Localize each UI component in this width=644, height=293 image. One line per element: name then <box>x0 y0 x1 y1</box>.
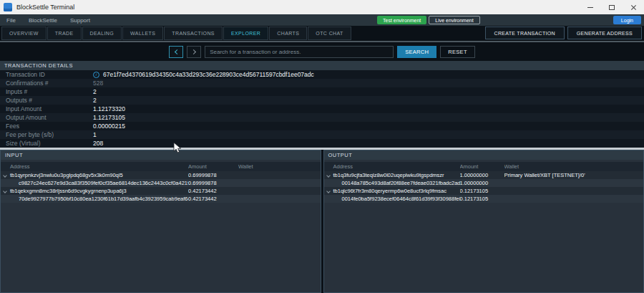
tab-wallets[interactable]: WALLETS <box>122 27 163 40</box>
generate-address-button[interactable]: GENERATE ADDRESS <box>567 27 642 39</box>
column-address: Address <box>324 163 460 170</box>
input-address[interactable]: tb1qekxgmn8mc38rljssn6d9cvgkygrnenp3upa6… <box>10 188 127 194</box>
transaction-details-header: TRANSACTION DETAILS <box>0 61 644 70</box>
menu-bar: File BlockSettle Support Test environmen… <box>0 14 644 26</box>
table-row[interactable]: tb1qlc96t7fr3m80qeryermp6w0e8ucf3rlq9fms… <box>324 187 644 195</box>
table-row[interactable]: 00148a785c493d8af20f88ee7fdeae0321fbadc2… <box>324 179 644 187</box>
detail-label: Outputs # <box>6 97 93 104</box>
output-amount: 1.00000000 <box>460 172 504 178</box>
expand-chevron-icon[interactable] <box>326 173 331 178</box>
column-amount: Amount <box>188 163 238 170</box>
detail-label: Inputs # <box>6 88 93 95</box>
column-wallet: Wallet <box>504 163 644 170</box>
table-row[interactable]: tb1qyrpnkzvj3nwlu0u3pglpdq68gv5x3k0m90ql… <box>1 171 321 179</box>
detail-value: 67e1f7ed4370619d34350c4a33d293c36e228903… <box>93 71 314 78</box>
input-table: Address Amount Wallet tb1qyrpnkzvj3nwlu0… <box>1 162 321 203</box>
output-amount: 0.12173105 <box>460 188 504 194</box>
output-wallet: Primary Wallet/XBT [TESTNET]/0' <box>504 172 644 178</box>
detail-label: Confirmations # <box>6 80 93 87</box>
detail-row-size-virtual: Size (Virtual) 208 <box>0 139 644 148</box>
transaction-details-section: TRANSACTION DETAILS Transaction ID 67e1f… <box>0 61 644 148</box>
close-button[interactable] <box>623 0 644 14</box>
forward-button[interactable] <box>187 46 201 58</box>
maximize-icon <box>609 5 615 10</box>
detail-value: 208 <box>93 140 103 147</box>
output-address[interactable]: tb1qlc96t7fr3m80qeryermp6w0e8ucf3rlq9fms… <box>333 188 447 194</box>
input-panel-header: INPUT <box>1 150 321 160</box>
expand-chevron-icon[interactable] <box>3 189 7 193</box>
title-bar[interactable]: BlockSettle Terminal <box>0 0 644 14</box>
tab-bar: OVERVIEW TRADE DEALING WALLETS TRANSACTI… <box>0 26 644 41</box>
detail-value: 1.12173105 <box>93 114 125 121</box>
output-table: Address Amount Wallet tb1q3fu9cjfa3teqlz… <box>324 162 644 203</box>
input-amount: 0.69999878 <box>188 180 238 186</box>
window-title: BlockSettle Terminal <box>16 4 74 11</box>
detail-row-input-amount: Input Amount 1.12173320 <box>0 105 644 113</box>
detail-row-output-amount: Output Amount 1.12173105 <box>0 113 644 122</box>
tab-explorer[interactable]: EXPLORER <box>223 27 268 40</box>
search-button[interactable]: SEARCH <box>397 46 436 58</box>
menu-support[interactable]: Support <box>64 14 97 26</box>
input-amount: 0.42173442 <box>188 196 238 202</box>
output-amount: 1.00000000 <box>460 180 504 186</box>
detail-value: 1.12173320 <box>93 105 125 112</box>
table-row[interactable]: tb1q3fu9cjfa3teqlz8w0l02uqeplwku9tgspdms… <box>324 171 644 179</box>
table-row[interactable]: 0014fe0ba5f9238ecef06464c8f61d39f93f3098… <box>324 195 644 203</box>
output-panel: OUTPUT Address Amount Wallet tb1q3fu9cjf… <box>323 150 644 293</box>
search-input[interactable] <box>205 46 394 58</box>
detail-label: Size (Virtual) <box>6 140 93 147</box>
output-script[interactable]: 0014fe0ba5f9238ecef06464c8f61d39f93f3098… <box>342 196 460 202</box>
detail-row-inputs-count: Inputs # 2 <box>0 87 644 96</box>
detail-value: 2 <box>93 97 97 104</box>
minimize-icon <box>587 7 593 8</box>
app-logo-icon <box>4 3 12 11</box>
detail-value: 2 <box>93 88 97 95</box>
reset-button[interactable]: RESET <box>440 46 475 58</box>
column-amount: Amount <box>460 163 504 170</box>
detail-row-outputs-count: Outputs # 2 <box>0 96 644 105</box>
detail-label: Input Amount <box>6 105 93 112</box>
detail-row-confirmations: Confirmations # 528 <box>0 79 644 87</box>
expand-chevron-icon[interactable] <box>3 173 7 178</box>
minimize-button[interactable] <box>580 0 601 14</box>
info-icon[interactable] <box>93 72 99 78</box>
detail-value: 1 <box>93 131 97 138</box>
output-script[interactable]: 00148a785c493d8af20f88ee7fdeae0321fbadc2… <box>342 180 460 186</box>
input-tx-hash[interactable]: c9827c24ec627e9d3ca83f3509fef0cf35ae6814… <box>19 180 188 186</box>
detail-value: 528 <box>93 80 103 87</box>
input-address[interactable]: tb1qyrpnkzvj3nwlu0u3pglpdq68gv5x3k0m90ql… <box>10 172 123 178</box>
login-button[interactable]: Login <box>613 16 641 24</box>
expand-chevron-icon[interactable] <box>326 189 331 193</box>
tab-charts[interactable]: CHARTS <box>269 27 307 40</box>
menu-blocksettle[interactable]: BlockSettle <box>22 14 64 26</box>
tab-overview[interactable]: OVERVIEW <box>1 27 47 40</box>
tab-otc-chat[interactable]: OTC CHAT <box>308 27 351 40</box>
output-address[interactable]: tb1q3fu9cjfa3teqlz8w0l02uqeplwku9tgspdms… <box>333 172 444 178</box>
table-row[interactable]: 70de9927977b7950bf10c80ea1230f61b17d39aa… <box>1 195 321 203</box>
tab-dealing[interactable]: DEALING <box>82 27 122 40</box>
chevron-left-icon <box>175 49 180 54</box>
detail-value: 0.00000215 <box>93 123 125 130</box>
input-panel: INPUT Address Amount Wallet tb1qyrpnkzvj… <box>0 150 321 293</box>
detail-row-transaction-id: Transaction ID 67e1f7ed4370619d34350c4a3… <box>0 70 644 79</box>
detail-label: Fee per byte (s/b) <box>6 131 93 138</box>
detail-label: Fees <box>6 123 93 130</box>
test-environment-button[interactable]: Test environment <box>377 16 426 24</box>
output-amount: 0.12173105 <box>460 196 504 202</box>
table-row[interactable]: c9827c24ec627e9d3ca83f3509fef0cf35ae6814… <box>1 179 321 187</box>
table-row[interactable]: tb1qekxgmn8mc38rljssn6d9cvgkygrnenp3upa6… <box>1 187 321 195</box>
tab-transactions[interactable]: TRANSACTIONS <box>164 27 223 40</box>
input-tx-hash[interactable]: 70de9927977b7950bf10c80ea1230f61b17d39aa… <box>19 196 188 202</box>
explorer-search-row: SEARCH RESET <box>0 42 644 61</box>
create-transaction-button[interactable]: CREATE TRANSACTION <box>485 27 565 39</box>
column-address: Address <box>1 163 188 170</box>
detail-row-fees: Fees 0.00000215 <box>0 122 644 130</box>
detail-label: Transaction ID <box>6 71 93 78</box>
back-button[interactable] <box>169 46 183 58</box>
live-environment-button[interactable]: Live environment <box>429 16 479 24</box>
menu-file[interactable]: File <box>0 14 22 26</box>
close-icon <box>630 4 637 11</box>
tab-trade[interactable]: TRADE <box>47 27 82 40</box>
detail-row-fee-per-byte: Fee per byte (s/b) 1 <box>0 130 644 139</box>
maximize-button[interactable] <box>601 0 623 14</box>
